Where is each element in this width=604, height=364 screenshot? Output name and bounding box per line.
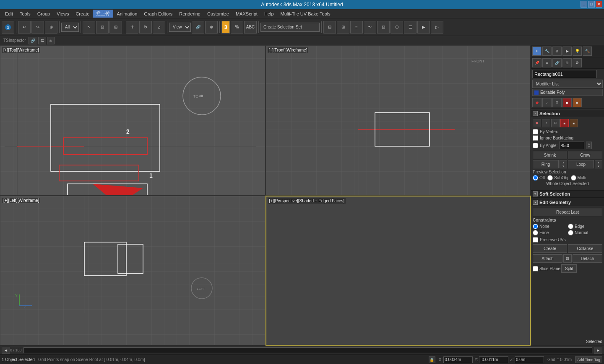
sel-polygon-btn[interactable]: ■	[560, 119, 569, 127]
menu-customize[interactable]: Customize	[204, 10, 232, 17]
minimize-button[interactable]: _	[581, 1, 587, 8]
scale-btn[interactable]: ⊿	[153, 21, 165, 34]
menu-views[interactable]: Views	[53, 10, 72, 17]
rp-hierarchy-icon[interactable]: ⊕	[552, 46, 562, 56]
create-selection-input[interactable]	[260, 23, 320, 32]
rp-display-icon[interactable]: 💡	[573, 46, 582, 56]
rotate-btn[interactable]: ↻	[139, 21, 152, 34]
subobj-edge[interactable]: /	[542, 98, 552, 107]
by-vertex-checkbox[interactable]	[533, 129, 538, 134]
ts-link-btn[interactable]: 🔗	[29, 37, 37, 44]
snap2d-btn[interactable]: ⊕	[205, 21, 218, 34]
subobj-border[interactable]: ⊡	[552, 98, 562, 107]
collapse-btn[interactable]: Collapse	[568, 244, 602, 253]
rp-pin-icon[interactable]: 📌	[532, 58, 542, 67]
modifier-editable-poly[interactable]: Editable Poly	[532, 89, 603, 96]
loop-spinner[interactable]: ▲ ▼	[595, 160, 602, 168]
rp-link-icon[interactable]: 🔗	[552, 58, 562, 67]
menu-chinese[interactable]: 拦上传	[93, 10, 113, 18]
preview-off-radio[interactable]: Off	[533, 175, 545, 181]
mirror-btn[interactable]: ⊟	[323, 21, 336, 34]
render-btn[interactable]: ▶	[417, 21, 430, 34]
angle-spinner[interactable]: ▲ ▼	[586, 142, 592, 149]
render-setup-btn[interactable]: ☰	[404, 21, 417, 34]
loop-down[interactable]: ▼	[595, 164, 602, 168]
attach-btn[interactable]: Attach	[533, 254, 562, 263]
ring-spinner[interactable]: ▲ ▼	[560, 160, 567, 168]
menu-create[interactable]: Create	[72, 10, 93, 17]
ignore-backfacing-checkbox[interactable]	[533, 135, 538, 141]
timeline-prev-btn[interactable]: ◀	[2, 347, 10, 354]
ring-btn[interactable]: Ring	[533, 160, 559, 168]
sel-vertex-btn[interactable]: ⬟	[533, 119, 541, 127]
snap-btn[interactable]: 🔗	[192, 21, 204, 34]
angle-up[interactable]: ▲	[586, 142, 591, 145]
constraint-normal[interactable]: Normal	[568, 230, 602, 235]
menu-tools[interactable]: Tools	[16, 10, 34, 17]
attach-settings-icon[interactable]: ⊡	[563, 254, 572, 263]
subobj-vertex[interactable]: ⬟	[532, 98, 542, 107]
menu-maxscript[interactable]: MAXScript	[232, 10, 261, 17]
abc-btn[interactable]: ABC	[244, 21, 257, 34]
undo-btn[interactable]: ↩	[18, 21, 31, 34]
edit-geo-header[interactable]: - Edit Geometry	[531, 199, 604, 206]
rp-settings-icon[interactable]: ⚙	[573, 58, 582, 67]
ring-up[interactable]: ▲	[560, 160, 567, 164]
constraint-edge-radio[interactable]	[568, 224, 573, 229]
timeline-track[interactable]	[23, 347, 592, 353]
repeat-last-btn[interactable]: Repeat Last	[533, 208, 602, 216]
schematic-btn[interactable]: ⊡	[377, 21, 390, 34]
modifier-list-dropdown[interactable]: Modifier List	[532, 80, 603, 88]
sel-element-btn[interactable]: ■	[570, 119, 578, 127]
create-btn[interactable]: Create	[533, 244, 567, 253]
material-editor-btn[interactable]: ⬡	[391, 21, 403, 34]
curve-editor-btn[interactable]: 〜	[364, 21, 376, 34]
select-region-btn[interactable]: ⊡	[96, 21, 109, 34]
y-input[interactable]	[479, 356, 508, 363]
percent-btn[interactable]: %	[231, 21, 243, 34]
preview-subobj-input[interactable]	[547, 175, 553, 181]
loop-btn[interactable]: Loop	[568, 160, 594, 168]
selection-section-header[interactable]: - Selection	[531, 110, 604, 117]
constraint-face-radio[interactable]	[533, 230, 538, 235]
rp-create-icon[interactable]: ✦	[532, 46, 542, 56]
constraint-edge[interactable]: Edge	[568, 224, 602, 229]
by-angle-input[interactable]	[559, 142, 584, 149]
viewport-top[interactable]: [+][Top][Wireframe] 2	[0, 45, 266, 196]
num-btn[interactable]: 3	[221, 21, 230, 34]
x-input[interactable]	[443, 356, 473, 363]
angle-down[interactable]: ▼	[586, 145, 591, 149]
subobj-element[interactable]: ■	[573, 98, 582, 107]
viewport-left[interactable]: [+][Left][Wireframe] Z Y	[0, 196, 266, 346]
restore-button[interactable]: □	[588, 1, 595, 8]
shrink-btn[interactable]: Shrink	[533, 151, 567, 159]
sel-edge-btn[interactable]: /	[542, 119, 550, 127]
rp-motion-icon[interactable]: ▶	[562, 46, 572, 56]
redo-btn[interactable]: ↪	[31, 21, 44, 34]
menu-help[interactable]: Help	[261, 10, 277, 17]
add-time-tag-btn[interactable]: Add Time Tag	[575, 356, 602, 363]
select-obj-btn[interactable]: ⊕	[45, 21, 57, 34]
logo-btn[interactable]: 3	[2, 21, 14, 34]
quick-render-btn[interactable]: ▷	[431, 21, 443, 34]
layer-btn[interactable]: ≡	[350, 21, 363, 34]
select-move-btn[interactable]: ✛	[126, 21, 138, 34]
soft-sel-header[interactable]: + Soft Selection	[531, 190, 604, 198]
z-input[interactable]	[515, 356, 544, 363]
preview-multi-radio[interactable]: Multi	[571, 175, 586, 181]
object-name-input[interactable]	[532, 70, 597, 78]
rp-world-icon[interactable]: ⊕	[562, 58, 572, 67]
menu-edit[interactable]: Edit	[2, 10, 16, 17]
select-btn[interactable]: ↖	[83, 21, 95, 34]
ts-chain-btn[interactable]: ⛓	[38, 37, 46, 44]
preview-off-input[interactable]	[533, 175, 538, 181]
viewport-perspective[interactable]: [+][Perspective][Shaded + Edged Faces]	[266, 196, 531, 346]
constraint-normal-radio[interactable]	[568, 230, 573, 235]
slice-plane-checkbox[interactable]	[533, 266, 538, 271]
menu-group[interactable]: Group	[34, 10, 54, 17]
grow-btn[interactable]: Grow	[568, 151, 602, 159]
view-dropdown[interactable]: View	[169, 23, 191, 32]
rp-utilities-icon[interactable]: 🔨	[583, 46, 592, 56]
close-button[interactable]: ✕	[596, 1, 602, 8]
window-crossing-btn[interactable]: ⊞	[109, 21, 122, 34]
